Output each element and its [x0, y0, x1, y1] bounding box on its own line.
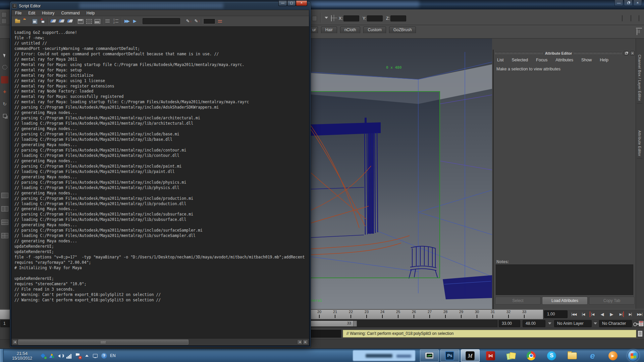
rotate-tool-icon[interactable]: ↻ [1, 100, 8, 108]
shelf-tab-ur[interactable]: ur [310, 26, 318, 33]
minimize-icon[interactable]: — [278, 1, 287, 6]
execute-all-icon[interactable] [123, 18, 130, 24]
shelf-tab-gozbrush[interactable]: GoZBrush [389, 26, 416, 33]
single-pane-layout-button[interactable] [1, 193, 8, 198]
menu-history[interactable]: History [42, 11, 54, 16]
snap-grid-icon[interactable] [331, 15, 332, 21]
taskbar-maya[interactable]: M [461, 349, 480, 362]
ae-menu-show[interactable]: Show [581, 58, 592, 62]
y-coordinate-field[interactable] [367, 15, 383, 21]
restore-icon[interactable] [624, 0, 633, 6]
network-icon[interactable] [66, 353, 72, 359]
command-result-field[interactable]: // Warning: Can't perform export_018:pol… [343, 330, 636, 338]
undock-icon[interactable] [624, 51, 628, 55]
save-selected-icon[interactable] [40, 18, 46, 24]
go-to-end-button[interactable] [635, 310, 644, 318]
taskbar-start-orb[interactable] [624, 349, 643, 362]
open-script-icon[interactable] [14, 18, 21, 24]
taskbar-chrome[interactable] [522, 349, 541, 362]
drag-handle[interactable] [495, 52, 543, 54]
trim-icon[interactable] [217, 18, 224, 24]
taskbar-windows-explorer[interactable] [563, 349, 582, 362]
step-forward-frame-button[interactable] [626, 310, 635, 318]
playback-end-field[interactable]: 33.00 [499, 320, 520, 327]
shelf-tab-custom[interactable]: Custom [363, 26, 386, 33]
close-icon[interactable]: × [630, 51, 635, 55]
play-backwards-button[interactable] [598, 310, 606, 318]
ae-menu-attributes[interactable]: Attributes [555, 58, 573, 62]
animation-preferences-icon[interactable] [639, 321, 644, 326]
up-icon[interactable] [84, 353, 90, 359]
show-input-only-icon[interactable] [86, 18, 92, 24]
render-icon[interactable] [312, 16, 317, 21]
menu-command[interactable]: Command [61, 11, 79, 16]
script-editor-toggle-icon[interactable] [638, 330, 643, 337]
four-pane-layout-button[interactable] [1, 220, 8, 225]
swatch[interactable] [203, 18, 215, 24]
select-tool-icon[interactable] [1, 52, 8, 59]
anim-layer-field[interactable]: No Anim Layer [554, 320, 592, 327]
google-drive-icon[interactable] [49, 353, 55, 359]
taskbar-internet-explorer[interactable]: e [583, 349, 602, 362]
notes-textarea[interactable] [496, 264, 633, 295]
line-numbers-icon[interactable] [113, 18, 119, 24]
step-back-frame-button[interactable] [579, 310, 588, 318]
close-icon[interactable]: × [296, 1, 307, 6]
taskbar-media-player[interactable]: ▶ [603, 349, 622, 362]
language-icon[interactable]: EN [110, 353, 116, 359]
scale-tool-icon[interactable] [1, 112, 8, 120]
show-both-panels-icon[interactable] [77, 18, 84, 24]
display-icon[interactable] [93, 353, 98, 359]
echo-commands-icon[interactable] [104, 18, 111, 24]
tab-attribute-editor[interactable]: Attribute Editor [637, 128, 642, 159]
save-selected-to-shelf-icon[interactable] [193, 18, 200, 24]
flag-icon[interactable] [75, 353, 81, 359]
close-icon[interactable]: × [633, 0, 642, 6]
scroll-left-icon2[interactable]: ◄ [297, 340, 302, 345]
taskbar-photoshop[interactable]: Ps [440, 349, 459, 362]
clear-history-icon[interactable] [58, 18, 65, 24]
ae-menu-selected[interactable]: Selected [512, 58, 528, 62]
scroll-right-icon[interactable]: ► [303, 340, 308, 345]
trash-icon[interactable] [637, 29, 637, 35]
attribute-editor-header[interactable]: Attribute Editor × [495, 51, 635, 56]
shelf-tab-hair[interactable]: Hair [321, 26, 337, 33]
chevron-down-icon[interactable] [325, 17, 328, 19]
move-tool-icon[interactable]: + [1, 88, 8, 96]
menu-sliver-icon[interactable] [1, 12, 7, 17]
step-forward-key-button[interactable] [616, 310, 625, 318]
tool-settings-toggle-icon[interactable] [631, 15, 631, 21]
drag-handle[interactable] [574, 52, 622, 54]
paint-select-tool-icon[interactable] [1, 76, 8, 83]
scroll-left-icon[interactable]: ◄ [12, 340, 17, 345]
execute-icon[interactable] [131, 18, 138, 24]
taskbar-sticky-notes[interactable] [501, 349, 520, 362]
script-editor-window[interactable]: Script Editor — ▢ × FileEditHistoryComma… [10, 1, 311, 347]
horizontal-scrollbar[interactable]: ◄ ◄ ► [12, 339, 309, 345]
lasso-tool-icon[interactable] [1, 64, 8, 71]
copy-tab-button[interactable]: Copy Tab [589, 297, 635, 305]
menu-file[interactable]: File [15, 11, 21, 16]
auto-keyframe-icon[interactable] [633, 322, 639, 325]
two-pane-layout-button[interactable] [1, 206, 8, 212]
volume-icon[interactable] [58, 353, 63, 359]
script-history-pane[interactable]: Loading GoZ support...done! file -f -new… [12, 26, 309, 339]
ae-menu-help[interactable]: Help [600, 58, 608, 62]
load-attributes-button[interactable]: Load Attributes [542, 297, 588, 305]
show-desktop-button[interactable] [0, 349, 4, 362]
menu-edit[interactable]: Edit [28, 11, 35, 16]
save-script-icon[interactable] [31, 18, 38, 24]
ae-menu-list[interactable]: List [497, 58, 503, 62]
load-script-icon[interactable] [23, 18, 30, 24]
play-forwards-button[interactable] [607, 310, 616, 318]
z-coordinate-field[interactable] [390, 15, 406, 21]
menu-help[interactable]: Help [87, 11, 95, 16]
step-back-key-button[interactable] [588, 310, 597, 318]
taskbar-adobe-reader[interactable]: ⋈ [481, 349, 500, 362]
channel-box-toggle-icon[interactable] [622, 15, 623, 21]
save-script-to-shelf-icon[interactable] [184, 18, 191, 24]
script-search-input[interactable] [143, 18, 180, 24]
attribute-editor-toggle-icon[interactable] [639, 15, 639, 21]
taskbar-clock[interactable]: 21:54 15/10/2012 [5, 350, 39, 362]
select-button[interactable]: Select [495, 297, 541, 305]
